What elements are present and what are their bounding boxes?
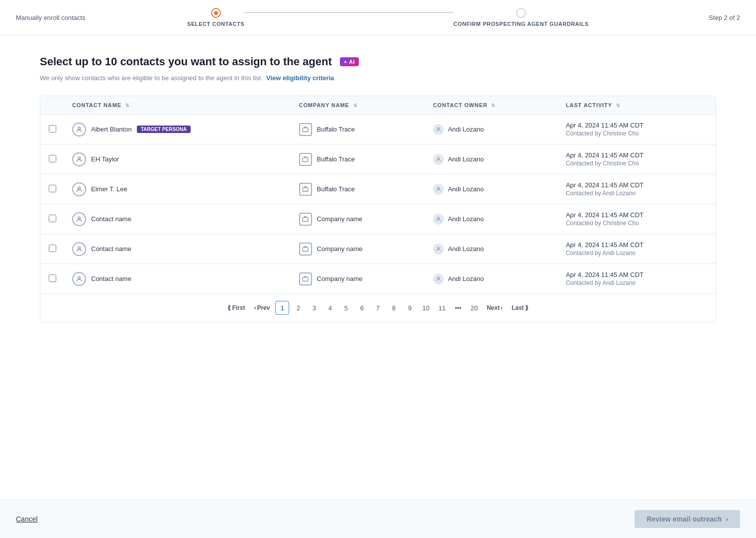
footer: Cancel Review email outreach › (0, 500, 756, 538)
sort-icon-company: ⇅ (353, 103, 358, 108)
svg-point-8 (78, 187, 81, 189)
owner-name-text: Andi Lozano (448, 245, 484, 253)
page-btn-3[interactable]: 3 (307, 301, 321, 315)
table-row: Elmer T. LeeBuffalo TraceAndi LozanoApr … (40, 174, 716, 204)
col-contact-owner-header[interactable]: CONTACT OWNER ⇅ (425, 96, 558, 115)
company-icon (299, 123, 312, 136)
svg-point-0 (78, 127, 81, 130)
last-activity-cell: Apr 4, 2024 11:45 AM CDTContacted by Chr… (558, 204, 716, 234)
row-checkbox[interactable] (49, 245, 56, 252)
owner-avatar-icon (433, 273, 444, 284)
company-name-text: Company name (317, 275, 363, 282)
last-page-btn[interactable]: Last ⟫ (508, 301, 532, 315)
contact-name-text: Contact name (91, 275, 131, 282)
row-checkbox[interactable] (49, 125, 56, 133)
page-btn-1[interactable]: 1 (275, 301, 289, 315)
next-chevron-icon: › (726, 515, 728, 523)
svg-point-7 (437, 157, 439, 159)
page-btn-7[interactable]: 7 (371, 301, 385, 315)
svg-point-4 (78, 157, 81, 159)
svg-rect-17 (303, 248, 308, 252)
table-row: Contact nameCompany nameAndi LozanoApr 4… (40, 234, 716, 264)
contact-avatar-icon (72, 212, 86, 226)
owner-avatar-icon (433, 184, 444, 195)
row-checkbox-cell (40, 115, 64, 144)
page-btn-2[interactable]: 2 (291, 301, 305, 315)
last-activity-cell: Apr 4, 2024 11:45 AM CDTContacted by Chr… (558, 115, 716, 144)
last-activity-cell: Apr 4, 2024 11:45 AM CDTContacted by And… (558, 234, 716, 264)
col-company-name-header[interactable]: COMPANY NAME ⇅ (291, 96, 425, 115)
contact-name-cell: Contact name (64, 264, 291, 294)
ai-badge: + AI (340, 57, 359, 66)
last-activity-date: Apr 4, 2024 11:45 AM CDT (566, 151, 708, 159)
eligibility-link[interactable]: View eligibility criteria (266, 74, 334, 82)
next-page-btn[interactable]: Next › (483, 301, 506, 315)
pagination: ⟪ First ‹ Prev 1 2 3 4 5 6 7 8 9 10 11 •… (40, 293, 716, 322)
row-checkbox-cell (40, 234, 64, 264)
page-btn-20[interactable]: 20 (467, 301, 481, 315)
last-activity-cell: Apr 4, 2024 11:45 AM CDTContacted by And… (558, 264, 716, 294)
owner-name-text: Andi Lozano (448, 215, 484, 223)
contact-owner-cell: Andi Lozano (425, 234, 558, 264)
owner-name-text: Andi Lozano (448, 275, 484, 282)
contact-name-text: Contact name (91, 215, 131, 223)
page-btn-8[interactable]: 8 (387, 301, 401, 315)
row-checkbox[interactable] (49, 155, 56, 162)
page-title: Select up to 10 contacts you want to ass… (40, 55, 332, 68)
contacts-table-wrapper: CONTACT NAME ⇅ COMPANY NAME ⇅ CONTACT OW… (40, 96, 716, 322)
main-content: Select up to 10 contacts you want to ass… (0, 35, 756, 500)
page-btn-4[interactable]: 4 (323, 301, 337, 315)
svg-point-12 (78, 217, 81, 219)
prev-page-btn[interactable]: ‹ Prev (250, 301, 273, 315)
last-activity-sub: Contacted by Christine Cho (566, 130, 708, 137)
last-activity-sub: Contacted by Andi Lozano (566, 250, 708, 257)
company-name-cell: Buffalo Trace (291, 174, 425, 204)
step-indicator: Step 2 of 2 (680, 14, 740, 21)
contact-name-text: EH Taylor (91, 155, 119, 163)
page-label: Manually enroll contacts (16, 14, 96, 21)
cancel-button[interactable]: Cancel (16, 515, 38, 523)
last-activity-cell: Apr 4, 2024 11:45 AM CDTContacted by And… (558, 174, 716, 204)
row-checkbox-cell (40, 204, 64, 234)
contact-name-text: Elmer T. Lee (91, 185, 127, 193)
company-name-cell: Buffalo Trace (291, 144, 425, 174)
table-row: EH TaylorBuffalo TraceAndi LozanoApr 4, … (40, 144, 716, 174)
company-icon (299, 213, 312, 226)
row-checkbox[interactable] (49, 185, 56, 192)
col-last-activity-header[interactable]: LAST ACTIVITY ⇅ (558, 96, 716, 115)
last-activity-sub: Contacted by Andi Lozano (566, 190, 708, 197)
svg-point-20 (78, 276, 81, 279)
sort-icon-activity: ⇅ (616, 103, 621, 108)
company-icon (299, 272, 312, 285)
page-btn-5[interactable]: 5 (339, 301, 353, 315)
company-name-text: Buffalo Trace (317, 126, 355, 133)
company-name-text: Company name (317, 215, 363, 223)
review-email-outreach-button[interactable]: Review email outreach › (635, 510, 740, 528)
svg-rect-13 (303, 218, 308, 222)
contact-name-cell: Contact name (64, 234, 291, 264)
contact-name-text: Contact name (91, 245, 131, 253)
page-btn-6[interactable]: 6 (355, 301, 369, 315)
owner-avatar-icon (433, 154, 444, 165)
svg-rect-1 (303, 128, 308, 132)
owner-name-text: Andi Lozano (448, 126, 484, 133)
contact-owner-cell: Andi Lozano (425, 204, 558, 234)
row-checkbox[interactable] (49, 215, 56, 222)
page-btn-11[interactable]: 11 (435, 301, 449, 315)
row-checkbox[interactable] (49, 274, 56, 282)
first-page-btn[interactable]: ⟪ First (224, 301, 248, 315)
owner-avatar-icon (433, 244, 444, 255)
last-activity-date: Apr 4, 2024 11:45 AM CDT (566, 271, 708, 278)
company-name-text: Company name (317, 245, 363, 253)
contact-avatar-icon (72, 242, 86, 256)
page-ellipsis: ••• (451, 301, 465, 315)
company-icon (299, 243, 312, 256)
contact-avatar-icon (72, 123, 86, 136)
company-name-cell: Buffalo Trace (291, 115, 425, 144)
page-btn-10[interactable]: 10 (419, 301, 432, 315)
last-activity-sub: Contacted by Christine Cho (566, 220, 708, 227)
page-btn-9[interactable]: 9 (403, 301, 417, 315)
contact-name-cell: EH Taylor (64, 144, 291, 174)
company-icon (299, 183, 312, 196)
col-contact-name-header[interactable]: CONTACT NAME ⇅ (64, 96, 291, 115)
